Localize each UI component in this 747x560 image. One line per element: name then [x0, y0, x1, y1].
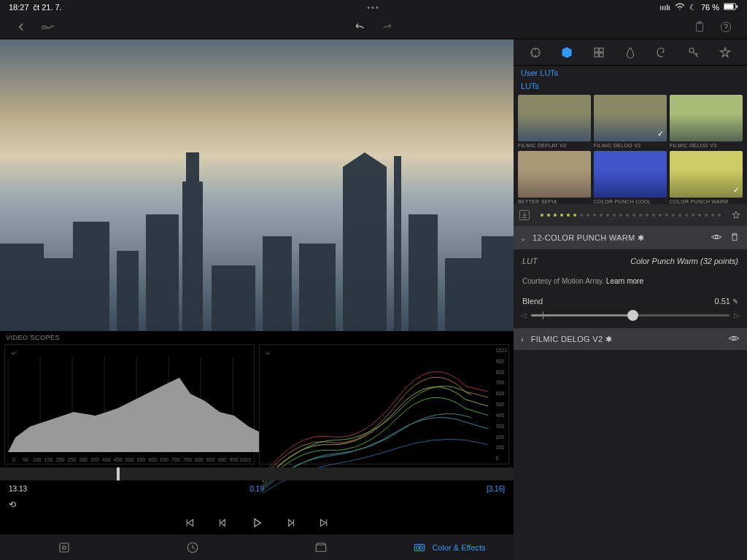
- waves-icon[interactable]: [41, 20, 54, 34]
- playhead[interactable]: [117, 467, 120, 481]
- waveform-y-axis: 10239008007006005004003002001000: [495, 348, 507, 461]
- star-icon[interactable]: [718, 46, 732, 59]
- lut-pager: [514, 204, 747, 226]
- svg-rect-20: [445, 258, 481, 331]
- lut-thumb[interactable]: COLOR PUNCH COOL: [594, 151, 667, 204]
- pager-dot[interactable]: [672, 214, 675, 217]
- step-back-icon[interactable]: [217, 516, 230, 529]
- wifi-icon: [675, 3, 685, 12]
- blend-slider[interactable]: [531, 314, 729, 316]
- pencil-icon[interactable]: ✎: [732, 298, 738, 306]
- pager-dot[interactable]: [685, 214, 688, 217]
- timeline[interactable]: [0, 467, 514, 481]
- pager-dot[interactable]: [600, 214, 603, 217]
- grid-icon[interactable]: [592, 46, 606, 59]
- pager-dot[interactable]: [619, 214, 622, 217]
- svg-rect-19: [409, 214, 438, 331]
- tab-color-effects[interactable]: Color & Effects: [385, 534, 514, 560]
- pager-dot[interactable]: [652, 214, 655, 217]
- eye-icon[interactable]: [711, 233, 722, 243]
- tab-clips[interactable]: [257, 534, 385, 560]
- tab-history[interactable]: [128, 534, 257, 560]
- time-duration: [3.16]: [487, 485, 505, 493]
- eye-icon[interactable]: [728, 334, 740, 344]
- learn-more-link[interactable]: Learn more: [606, 277, 643, 285]
- loop-icon[interactable]: ⟲: [9, 499, 16, 510]
- lut-value: Color Punch Warm (32 points): [630, 257, 738, 265]
- undo-icon[interactable]: [354, 20, 367, 34]
- drop-icon[interactable]: [623, 46, 638, 59]
- pager-dot[interactable]: [541, 214, 543, 217]
- slider-prev-icon[interactable]: ◁: [521, 311, 527, 319]
- pager-dot[interactable]: [606, 214, 609, 217]
- step-forward-icon[interactable]: [284, 516, 297, 529]
- svg-rect-11: [146, 214, 179, 331]
- lut-thumb[interactable]: FILMIC DELOG V3: [670, 95, 743, 148]
- pager-dot[interactable]: [639, 214, 642, 217]
- pager-dot[interactable]: [711, 214, 714, 217]
- chevron-right-icon[interactable]: ›: [521, 335, 524, 343]
- lut-name: COLOR PUNCH WARM: [670, 199, 743, 204]
- pager-dot[interactable]: [692, 214, 694, 217]
- pager-dot[interactable]: [659, 214, 662, 217]
- cube-icon[interactable]: [560, 46, 574, 59]
- help-icon[interactable]: [719, 20, 732, 34]
- slider-thumb[interactable]: [627, 310, 638, 321]
- user-luts-link[interactable]: User LUTs: [514, 66, 747, 80]
- right-tabs: [514, 39, 747, 66]
- svg-point-46: [715, 236, 718, 238]
- pager-dot[interactable]: [718, 214, 721, 217]
- section-filmic-delog[interactable]: › FILMIC DELOG V2 ✱: [514, 328, 747, 350]
- skip-end-icon[interactable]: [317, 516, 330, 529]
- pager-dot[interactable]: [626, 214, 629, 217]
- pager-dot[interactable]: [705, 214, 708, 217]
- svg-rect-42: [599, 48, 603, 52]
- lut-thumb[interactable]: ✓COLOR PUNCH WARM: [670, 151, 743, 204]
- tab-library[interactable]: [0, 534, 128, 560]
- pager-dot[interactable]: [613, 214, 616, 217]
- key-icon[interactable]: [686, 46, 701, 59]
- pager-dot[interactable]: [580, 214, 583, 217]
- lut-grid: FILMIC DEFLAT V2✓FILMIC DELOG V2FILMIC D…: [514, 95, 747, 204]
- pager-dot[interactable]: [678, 214, 681, 217]
- waveform-scope[interactable]: ⌵ 10239008007006005004003002001000: [259, 344, 509, 464]
- pager-dot[interactable]: [593, 214, 596, 217]
- pager-dot[interactable]: [665, 214, 668, 217]
- lut-thumb[interactable]: BETTER SEPIA: [518, 151, 591, 204]
- pager-dot[interactable]: [554, 214, 557, 217]
- histogram-scope[interactable]: ⌵ 05010015020025030035040045050055060065…: [4, 344, 255, 464]
- lut-thumb[interactable]: ✓FILMIC DELOG V2: [594, 95, 667, 148]
- pager-dot[interactable]: [632, 214, 635, 217]
- slider-next-icon[interactable]: ▷: [734, 311, 740, 319]
- chevron-down-icon[interactable]: ⌵: [11, 348, 15, 356]
- star-icon[interactable]: [731, 209, 741, 222]
- redo-icon[interactable]: [380, 20, 393, 34]
- svg-rect-43: [595, 52, 598, 56]
- trash-icon[interactable]: [729, 232, 740, 244]
- pager-dot[interactable]: [573, 214, 576, 217]
- pager-dot[interactable]: [547, 214, 550, 217]
- pager-dot[interactable]: [698, 214, 701, 217]
- time-current: 13.13: [9, 485, 27, 493]
- svg-point-47: [732, 337, 735, 340]
- pager-dot[interactable]: [560, 214, 563, 217]
- sliders-icon[interactable]: [528, 46, 543, 59]
- pager-dot[interactable]: [567, 214, 570, 217]
- play-icon[interactable]: [250, 516, 263, 529]
- lut-name: FILMIC DELOG V3: [670, 143, 743, 148]
- lut-thumb[interactable]: FILMIC DEFLAT V2: [518, 95, 591, 148]
- download-icon[interactable]: [519, 210, 530, 220]
- lut-label: LUT: [522, 257, 538, 265]
- back-icon[interactable]: [15, 20, 28, 34]
- video-preview[interactable]: [0, 39, 514, 331]
- section-color-punch[interactable]: ⌵ 12-COLOR PUNCH WARM ✱: [514, 226, 747, 249]
- svg-marker-17: [343, 152, 387, 331]
- svg-rect-1: [724, 4, 734, 9]
- battery-icon: [724, 3, 738, 12]
- clipboard-icon[interactable]: [693, 20, 706, 34]
- pager-dot[interactable]: [646, 214, 649, 217]
- spiral-icon[interactable]: [654, 46, 669, 59]
- chevron-down-icon[interactable]: ⌵: [521, 234, 525, 242]
- pager-dot[interactable]: [587, 214, 589, 217]
- skip-start-icon[interactable]: [183, 516, 196, 529]
